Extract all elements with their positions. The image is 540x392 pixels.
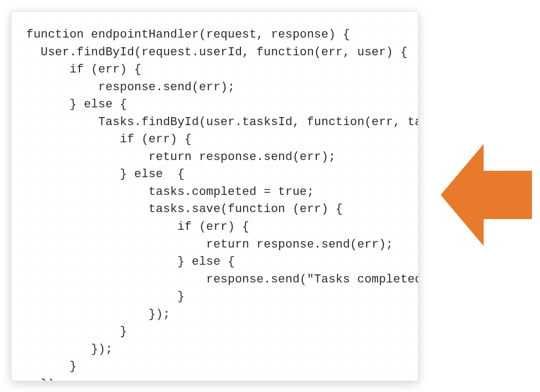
svg-marker-0	[441, 144, 532, 246]
left-arrow-annotation	[438, 137, 535, 255]
left-arrow-icon	[441, 139, 532, 253]
code-snippet: function endpointHandler(request, respon…	[26, 26, 407, 381]
code-panel: function endpointHandler(request, respon…	[11, 11, 419, 381]
